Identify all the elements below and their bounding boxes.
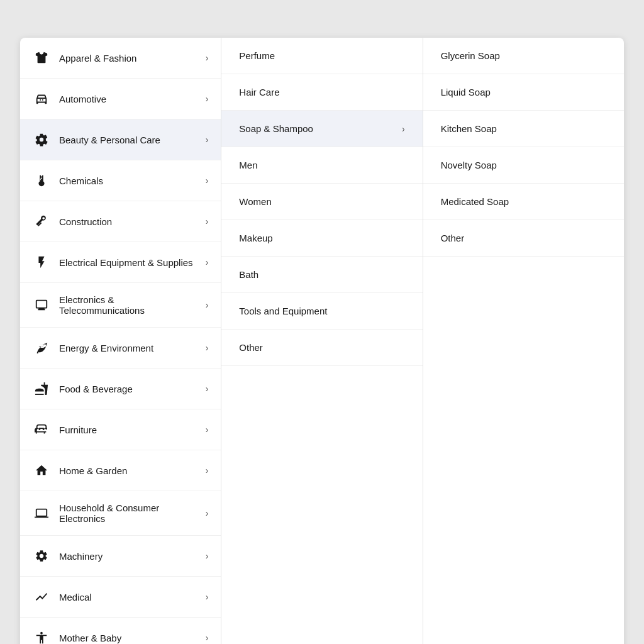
chevron-right-icon: › xyxy=(206,216,209,226)
laptop-icon xyxy=(33,504,50,522)
chevron-right-icon: › xyxy=(206,343,209,353)
category-item-chemicals[interactable]: Chemicals › xyxy=(20,160,221,201)
category-item-medical[interactable]: Medical › xyxy=(20,577,221,618)
third-level-item-novelty[interactable]: Novelty Soap xyxy=(423,147,624,184)
category-label: Apparel & Fashion xyxy=(59,53,201,64)
subcategory-item-women[interactable]: Women xyxy=(221,184,422,220)
home-icon xyxy=(33,462,50,479)
third-level-item-glycerin[interactable]: Glycerin Soap xyxy=(423,38,624,74)
cog-icon xyxy=(33,547,50,565)
category-label: Chemicals xyxy=(59,175,201,186)
category-label: Energy & Environment xyxy=(59,343,201,353)
third-level-label: Glycerin Soap xyxy=(441,50,606,61)
category-label: Food & Beverage xyxy=(59,384,201,394)
category-label: Machinery xyxy=(59,551,201,562)
subcategory-label: Soap & Shampoo xyxy=(239,123,402,134)
wrench-icon xyxy=(33,213,50,230)
chevron-right-icon: › xyxy=(206,508,209,518)
third-level-item-other3[interactable]: Other xyxy=(423,220,624,257)
third-level-label: Kitchen Soap xyxy=(441,123,606,134)
subcategory-label: Hair Care xyxy=(239,87,404,97)
subcategory-label: Makeup xyxy=(239,233,404,243)
category-item-furniture[interactable]: Furniture › xyxy=(20,409,221,450)
category-label: Electronics & Telecommunications xyxy=(59,294,201,316)
category-label: Electrical Equipment & Supplies xyxy=(59,257,201,268)
chevron-right-icon: › xyxy=(206,465,209,475)
subcategory-item-soap[interactable]: Soap & Shampoo › xyxy=(221,111,422,147)
category-item-construction[interactable]: Construction › xyxy=(20,201,221,242)
subcategory-label: Women xyxy=(239,196,404,207)
subcategory-item-makeup[interactable]: Makeup xyxy=(221,220,422,257)
sofa-icon xyxy=(33,421,50,438)
subcategory-label: Men xyxy=(239,160,404,170)
chevron-right-icon: › xyxy=(206,257,209,267)
subcategory-label: Perfume xyxy=(239,50,404,61)
subcategory-label: Tools and Equipment xyxy=(239,306,404,316)
category-item-food[interactable]: Food & Beverage › xyxy=(20,369,221,409)
category-item-energy[interactable]: Energy & Environment › xyxy=(20,328,221,369)
chevron-right-icon: › xyxy=(206,135,209,145)
sub-categories-column: Perfume Hair Care Soap & Shampoo › Men W… xyxy=(221,38,423,644)
category-label: Construction xyxy=(59,216,201,227)
category-menu: Apparel & Fashion › Automotive › Beauty … xyxy=(20,38,624,644)
chevron-right-icon: › xyxy=(206,53,209,63)
third-level-item-medicated[interactable]: Medicated Soap xyxy=(423,184,624,220)
chevron-right-icon: › xyxy=(206,425,209,435)
subcategory-item-perfume[interactable]: Perfume xyxy=(221,38,422,74)
chevron-right-icon: › xyxy=(206,592,209,602)
category-label: Home & Garden xyxy=(59,465,201,476)
leaf-icon xyxy=(33,339,50,357)
baby-icon xyxy=(33,629,50,644)
category-label: Beauty & Personal Care xyxy=(59,135,201,145)
category-label: Household & Consumer Electronics xyxy=(59,502,201,524)
subcategory-label: Other xyxy=(239,342,404,353)
third-level-item-kitchen[interactable]: Kitchen Soap xyxy=(423,111,624,147)
category-label: Mother & Baby xyxy=(59,633,201,643)
car-icon xyxy=(33,90,50,108)
subcategory-item-men[interactable]: Men xyxy=(221,147,422,184)
bolt-icon xyxy=(33,253,50,271)
third-level-label: Medicated Soap xyxy=(441,196,606,207)
chevron-right-icon: › xyxy=(402,124,405,134)
category-item-electrical[interactable]: Electrical Equipment & Supplies › xyxy=(20,242,221,283)
main-categories-column: Apparel & Fashion › Automotive › Beauty … xyxy=(20,38,221,644)
pulse-icon xyxy=(33,588,50,606)
chevron-right-icon: › xyxy=(206,384,209,394)
subcategory-item-tools[interactable]: Tools and Equipment xyxy=(221,293,422,330)
category-label: Medical xyxy=(59,592,201,602)
category-item-electronics[interactable]: Electronics & Telecommunications › xyxy=(20,283,221,328)
category-label: Furniture xyxy=(59,425,201,435)
subcategory-item-other2[interactable]: Other xyxy=(221,330,422,366)
chevron-right-icon: › xyxy=(206,551,209,561)
third-level-label: Liquid Soap xyxy=(441,87,606,97)
gear-icon xyxy=(33,131,50,148)
subcategory-label: Bath xyxy=(239,269,404,280)
category-item-apparel[interactable]: Apparel & Fashion › xyxy=(20,38,221,79)
category-item-mother[interactable]: Mother & Baby › xyxy=(20,618,221,644)
category-item-automotive[interactable]: Automotive › xyxy=(20,79,221,119)
category-item-home[interactable]: Home & Garden › xyxy=(20,450,221,491)
food-icon xyxy=(33,380,50,397)
chevron-right-icon: › xyxy=(206,300,209,310)
category-label: Automotive xyxy=(59,94,201,104)
flask-icon xyxy=(33,172,50,189)
shirt-icon xyxy=(33,49,50,67)
monitor-icon xyxy=(33,296,50,314)
third-level-label: Other xyxy=(441,233,606,243)
chevron-right-icon: › xyxy=(206,94,209,104)
category-item-beauty[interactable]: Beauty & Personal Care › xyxy=(20,119,221,160)
third-level-label: Novelty Soap xyxy=(441,160,606,170)
category-item-machinery[interactable]: Machinery › xyxy=(20,536,221,577)
third-level-item-liquid[interactable]: Liquid Soap xyxy=(423,74,624,111)
chevron-right-icon: › xyxy=(206,633,209,643)
category-item-household[interactable]: Household & Consumer Electronics › xyxy=(20,491,221,536)
subcategory-item-haircare[interactable]: Hair Care xyxy=(221,74,422,111)
third-level-column: Glycerin SoapLiquid SoapKitchen SoapNove… xyxy=(423,38,624,644)
subcategory-item-bath[interactable]: Bath xyxy=(221,257,422,293)
chevron-right-icon: › xyxy=(206,175,209,186)
